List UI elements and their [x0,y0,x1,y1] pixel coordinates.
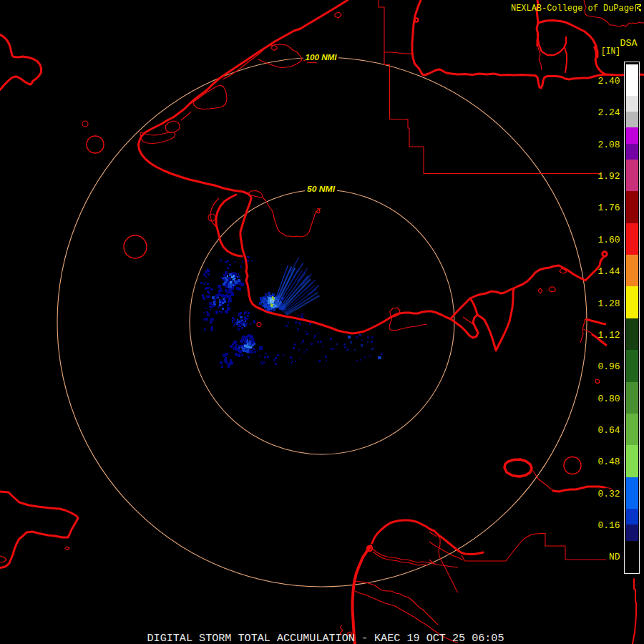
svg-text:[IN]: [IN] [601,47,620,57]
svg-text:100 NMI: 100 NMI [306,53,338,62]
svg-text:0.16: 0.16 [598,520,620,531]
svg-text:1.92: 1.92 [598,171,620,182]
svg-text:NEXLAB-College of DuPage: NEXLAB-College of DuPage [511,4,634,14]
svg-text:0.96: 0.96 [598,361,620,372]
svg-text:ND: ND [609,552,620,562]
svg-text:0.32: 0.32 [598,489,620,499]
svg-text:0.80: 0.80 [598,394,620,404]
svg-text:1.76: 1.76 [598,203,620,213]
svg-text:DSA: DSA [620,39,638,49]
svg-text:50 NMI: 50 NMI [307,185,336,193]
svg-text:2.40: 2.40 [598,76,620,87]
svg-text:0.64: 0.64 [598,425,620,436]
svg-text:2.24: 2.24 [598,107,620,118]
svg-text:0.48: 0.48 [598,457,620,467]
svg-text:1.28: 1.28 [598,298,620,309]
svg-text:1.44: 1.44 [598,266,620,277]
svg-text:1.60: 1.60 [598,235,620,245]
svg-text:1.12: 1.12 [598,330,620,341]
svg-text:DIGITAL STORM TOTAL ACCUMULATI: DIGITAL STORM TOTAL ACCUMULATION - KAEC … [147,633,504,644]
svg-text:2.08: 2.08 [598,140,620,150]
